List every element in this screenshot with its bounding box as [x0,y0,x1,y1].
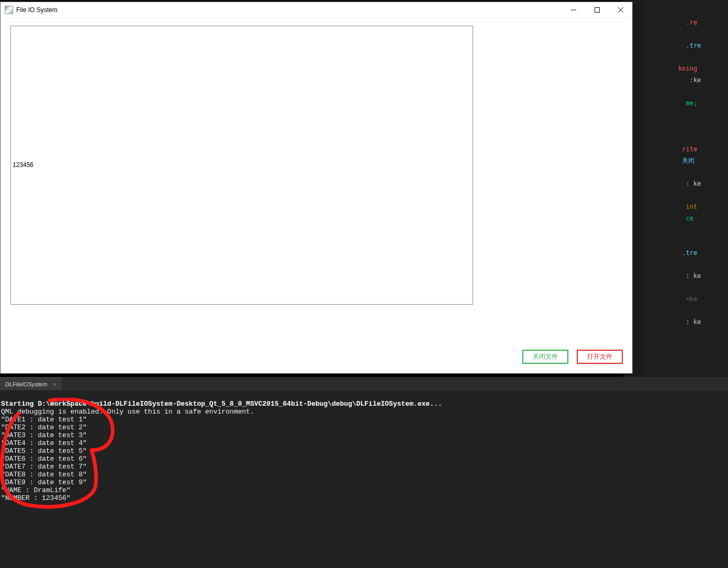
bg-code-line [625,132,726,143]
console-line: "DATE5 : date test 5" [1,447,727,455]
close-file-button[interactable]: 关闭文件 [522,350,568,364]
console-line: "DATE8 : date test 8" [1,471,727,478]
bg-code-line: int [625,201,726,213]
bg-code-line [625,305,726,316]
bg-code-line [625,5,726,17]
bg-code-line: me; [625,97,726,109]
app-icon [5,6,13,14]
bg-code-line: : ke [625,178,726,190]
bg-code-line [625,259,726,270]
console-line: "DATE3 : date test 3" [1,431,727,439]
output-tab-dlfileiosystem[interactable]: DLFileIOSystem × [0,377,62,390]
bg-code-line [625,166,726,178]
console-line: QML debugging is enabled. Only use this … [1,408,727,416]
bg-code-line: <ke [625,293,726,305]
title-bar[interactable]: File IO System [1,2,632,18]
application-output-console[interactable]: Starting D:\WorkSpace\build-DLFileIOSyst… [0,391,728,568]
bg-code-line [625,190,726,201]
bg-code-line [625,236,726,247]
output-tab-bar: DLFileIOSystem × [0,377,728,391]
console-line: "DATE4 : date test 4" [1,439,727,447]
console-line: "NAME : DramLife" [1,486,727,494]
bg-code-line: ce [625,213,726,224]
bg-code-line [625,109,726,120]
minimize-button[interactable] [562,2,585,17]
console-line: "DATE6 : date test 6" [1,455,727,463]
bg-code-line: .tre [625,247,726,259]
bg-code-line: .tre [625,40,726,51]
console-line: "DATE2 : date test 2" [1,424,727,431]
background-code-gutter: .re .tre kning :ke me; [623,0,728,377]
bg-code-line: kning [625,63,726,74]
bg-code-line [625,28,726,40]
bg-code-line: rite [625,143,726,155]
file-io-dialog: File IO System 123456 关闭文件 打开文件 [0,2,633,374]
console-line: "DATE7 : date test 7" [1,463,727,471]
bg-code-line [625,282,726,293]
dialog-button-row: 关闭文件 打开文件 [522,350,623,364]
svg-rect-1 [595,7,599,12]
output-tab-label: DLFileIOSystem [5,381,47,387]
bg-code-line: 关闭 [625,155,726,166]
console-line: "NUMBER : 123456" [1,494,727,502]
maximize-button[interactable] [585,2,609,17]
console-line: "DATE1 : date test 1" [1,416,727,424]
console-line: Starting D:\WorkSpace\build-DLFileIOSyst… [1,400,727,408]
bg-code-line [625,224,726,236]
bg-code-line [625,86,726,97]
bg-code-line [625,51,726,63]
close-icon [618,7,623,13]
open-file-button[interactable]: 打开文件 [577,350,623,364]
bg-code-line: : ke [625,316,726,328]
text-content: 123456 [13,161,33,169]
bg-code-line [625,120,726,132]
bg-code-line: : ke [625,270,726,282]
text-display-area[interactable]: 123456 [10,26,473,305]
minimize-icon [571,7,576,13]
console-line: "DATE9 : date test 9" [1,478,727,486]
window-title: File IO System [16,6,58,14]
close-button[interactable] [609,2,632,17]
maximize-icon [595,7,600,13]
bg-code-line: :ke [625,74,726,86]
tab-close-icon[interactable]: × [53,381,56,387]
bg-code-line: .re [625,17,726,28]
